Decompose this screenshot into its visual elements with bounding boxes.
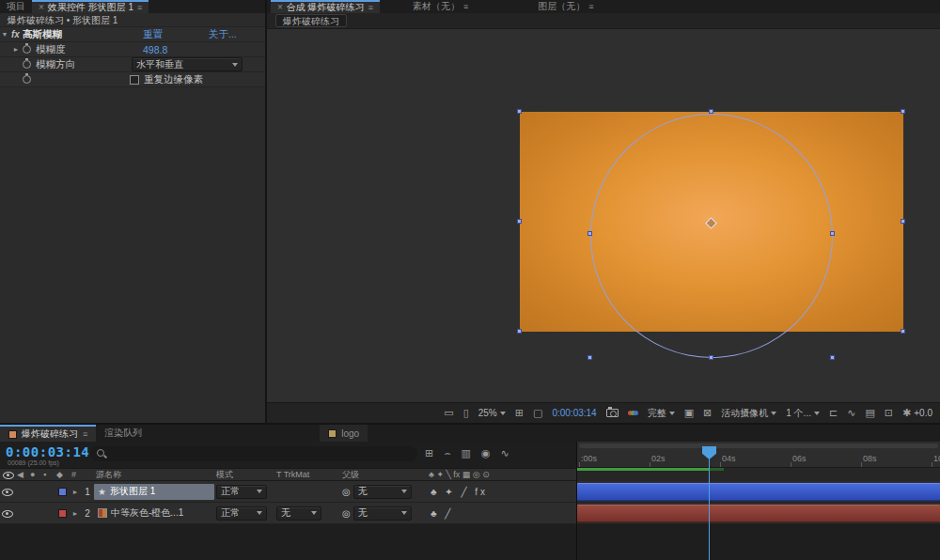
composition-viewport[interactable] [267,29,940,402]
vertex-handle[interactable] [830,231,835,236]
vertex-handle[interactable] [588,355,592,360]
repeat-edge-checkbox[interactable] [130,75,139,85]
twirl-right-icon[interactable]: ► [11,46,21,53]
channels-icon[interactable] [628,411,638,415]
mode-header[interactable]: 模式 [214,469,274,481]
vertex-handle[interactable] [830,355,835,360]
stopwatch-icon[interactable] [23,75,31,84]
twirl-down-icon[interactable]: ▼ [0,31,9,38]
tab-project[interactable]: 项目 [0,0,32,13]
selection-handle[interactable] [517,329,522,334]
always-preview-icon[interactable]: ▭ [444,408,453,418]
mode-dropdown[interactable]: 正常 [216,485,267,499]
timeline-search[interactable] [90,446,417,461]
tab-footage[interactable]: 素材（无） ≡ [406,0,475,13]
close-icon[interactable]: × [39,2,44,13]
twirl-right-icon[interactable]: ► [70,489,81,495]
tab-logo-comp[interactable]: logo [320,425,368,442]
resolution-dropdown[interactable]: 完整 [648,407,675,420]
toolbar-timecode[interactable]: 0:00:03:14 [552,408,596,418]
parent-dropdown[interactable]: 无 [353,485,412,499]
time-ruler[interactable]: :00s 02s 04s 06s 08s 10s [577,442,940,468]
layer-2-duration-bar[interactable] [577,505,940,522]
selection-handle[interactable] [901,219,905,224]
region-of-interest-icon[interactable]: ▣ [684,408,694,418]
flowchart-icon[interactable]: ⊡ [885,408,893,418]
stopwatch-icon[interactable] [23,60,31,69]
label-chip[interactable] [55,509,70,518]
selection-handle[interactable] [517,109,522,114]
reset-link[interactable]: 重置 [143,28,163,41]
close-icon[interactable]: × [277,2,283,13]
tab-layer[interactable]: 图层（无） ≡ [531,0,600,13]
camera-view-dropdown[interactable]: 活动摄像机 [721,407,776,420]
layer-1-duration-bar[interactable] [577,483,940,501]
magnification-dropdown[interactable]: 25% [478,408,506,418]
pixel-aspect-icon[interactable]: ⊏ [829,408,838,418]
direction-dropdown[interactable]: 水平和垂直 [132,57,243,71]
search-input[interactable] [111,448,412,459]
timeline-scrollbar[interactable] [579,443,938,448]
tab-timeline-comp[interactable]: 爆炸破碎练习 ≡ [0,425,96,442]
layer-row-1[interactable]: ► 1 ★ 形状图层 1 正常 ◎ [0,481,576,503]
layer-name-cell[interactable]: ★ 形状图层 1 [94,484,214,500]
selection-handle[interactable] [901,329,905,334]
blurriness-value[interactable]: 498.8 [143,44,167,55]
main-viewer-icon[interactable]: ▯ [463,408,469,418]
vertex-handle[interactable] [588,231,592,236]
pickwhip-icon[interactable]: ◎ [342,508,351,519]
mask-visibility-icon[interactable]: ▢ [533,408,542,418]
layer-switches[interactable]: ♣ ╱ [427,508,453,519]
fx-badge-icon[interactable]: fx [11,29,20,39]
panel-menu-icon[interactable]: ≡ [463,0,468,13]
current-timecode[interactable]: 0:00:03:14 [6,444,89,459]
panel-menu-icon[interactable]: ≡ [368,2,373,13]
motion-blur-icon[interactable]: ◉ [481,447,491,459]
tab-render-queue[interactable]: 渲染队列 [96,425,150,442]
tab-effect-controls[interactable]: × 效果控件 形状图层 1 ≡ [32,0,149,13]
timeline-button-icon[interactable]: ▤ [865,408,874,418]
trkmat-dropdown[interactable]: 无 [276,506,321,521]
visibility-eye-icon[interactable] [0,508,15,519]
parent-cell[interactable]: ◎ 无 [340,506,427,521]
viewer-lock-tab[interactable]: 爆炸破碎练习 [275,14,347,27]
tab-composition[interactable]: × 合成 爆炸破碎练习 ≡ [271,0,380,13]
layer-name-cell[interactable]: 中等灰色-橙色...1 [94,506,214,521]
graph-editor-icon[interactable]: ∿ [500,447,509,459]
panel-menu-icon[interactable]: ≡ [137,2,142,13]
source-name-header[interactable]: 源名称 [94,469,214,481]
parent-cell[interactable]: ◎ 无 [340,485,427,499]
layer-switches[interactable]: ♣ ✦ ╱ fx [427,487,488,497]
pickwhip-icon[interactable]: ◎ [342,487,351,497]
twirl-right-icon[interactable]: ► [70,510,81,517]
shy-icon[interactable]: ⌢ [444,447,450,459]
ellipse-shape-path[interactable] [590,114,833,358]
exposure-control[interactable]: ✱ +0.0 [902,408,932,418]
selection-handle[interactable] [517,219,522,224]
mini-flowchart-icon[interactable]: ⊞ [425,447,433,459]
selection-handle[interactable] [901,109,905,114]
mode-cell[interactable]: 正常 [214,506,274,521]
panel-menu-icon[interactable]: ≡ [83,429,87,439]
about-link[interactable]: 关于... [209,28,237,41]
visibility-eye-icon[interactable] [0,487,15,497]
snapshot-camera-icon[interactable] [606,409,619,417]
mode-cell[interactable]: 正常 [214,485,274,499]
trkmat-cell[interactable]: 无 [274,506,340,521]
panel-menu-icon[interactable]: ≡ [588,0,593,13]
frame-blend-icon[interactable]: ▥ [461,447,470,459]
fast-preview-icon[interactable]: ∿ [847,408,855,418]
trkmat-header[interactable]: T TrkMat [274,470,340,479]
layer-row-2[interactable]: ► 2 中等灰色-橙色...1 正常 无 [0,503,576,524]
label-chip[interactable] [55,488,70,496]
vertex-handle[interactable] [709,355,713,360]
parent-dropdown[interactable]: 无 [353,506,412,521]
grid-options-icon[interactable]: ⊞ [515,408,524,418]
timeline-track-area[interactable]: :00s 02s 04s 06s 08s 10s [577,442,940,560]
view-layout-dropdown[interactable]: 1 个... [786,407,820,420]
transparency-grid-icon[interactable]: ⊠ [703,408,712,418]
selection-handle[interactable] [709,109,713,114]
exposure-reset-icon[interactable]: ✱ [902,408,911,418]
mode-dropdown[interactable]: 正常 [216,506,267,521]
parent-header[interactable]: 父级 [340,469,427,481]
